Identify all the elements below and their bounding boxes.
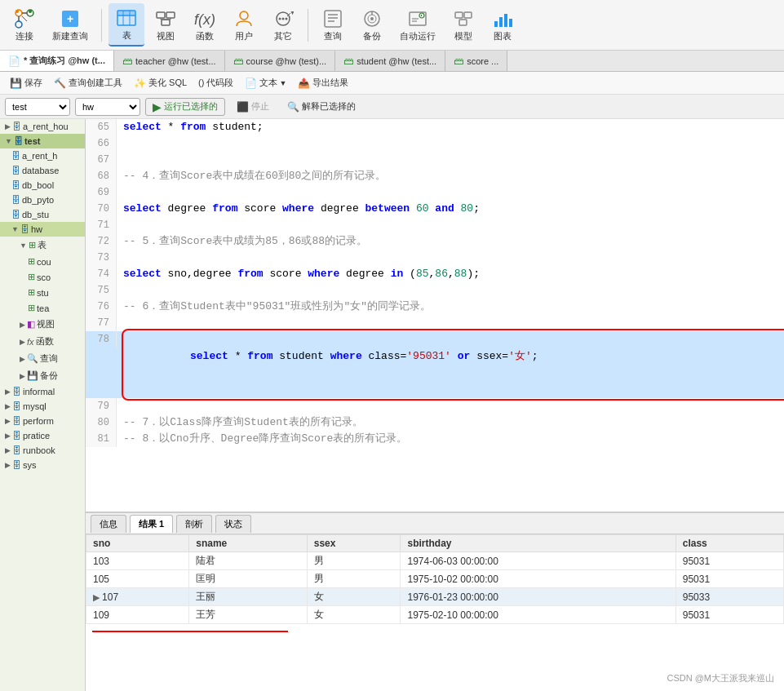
run-button[interactable]: ▶ 运行已选择的: [145, 98, 225, 116]
table-row[interactable]: 109 王芳 女 1975-02-10 00:00:00 95031: [86, 606, 784, 624]
backup-icon: [361, 7, 383, 30]
tab-teacher[interactable]: 🗃 teacher @hw (test...: [114, 51, 225, 71]
beautify-sql-button[interactable]: ✨ 美化 SQL: [129, 75, 192, 91]
db-icon-pratice: 🗄: [12, 431, 21, 441]
sidebar-item-a-rent-h[interactable]: 🗄 a_rent_h: [0, 148, 85, 163]
row-indicator: ▶: [93, 592, 102, 602]
sidebar-item-stu[interactable]: ⊞ stu: [0, 285, 85, 300]
red-oval-annotation: [122, 329, 784, 401]
table-row[interactable]: 105 匡明 男 1975-10-02 00:00:00 95031: [86, 570, 784, 588]
other-label: 其它: [274, 30, 292, 42]
sidebar-group-views[interactable]: ▶ ◧ 视图: [0, 316, 85, 333]
line-num-77: 77: [86, 315, 117, 331]
results-table: sno sname ssex sbirthday class 103 陆君 男: [86, 534, 784, 624]
code-line-66: 66: [86, 135, 784, 152]
result-tab-result1[interactable]: 结果 1: [130, 515, 173, 533]
line-content-72: -- 5．查询Score表中成绩为85，86或88的记录。: [123, 233, 784, 250]
table-row-selected[interactable]: ▶ 107 王丽 女 1976-01-23 00:00:00 95033: [86, 588, 784, 606]
query-button[interactable]: 查询: [315, 4, 351, 46]
sidebar-item-hw[interactable]: ▼ 🗄 hw: [0, 222, 85, 237]
tab-query-practice[interactable]: 📄 * 查询练习 @hw (t...: [0, 51, 114, 71]
sidebar-item-tea[interactable]: ⊞ tea: [0, 300, 85, 316]
cell-sname: 王芳: [189, 606, 307, 624]
connect-button[interactable]: 连接: [7, 4, 42, 46]
auto-run-button[interactable]: 自动运行: [393, 4, 442, 46]
db-select[interactable]: test: [5, 98, 70, 116]
other-button[interactable]: ▼ 其它: [265, 4, 301, 46]
line-num-65: 65: [86, 119, 117, 135]
export-results-button[interactable]: 📤 导出结果: [293, 75, 353, 91]
red-underline-decoration: [86, 624, 784, 636]
sidebar-label-tables: 表: [38, 239, 47, 251]
sidebar-item-database[interactable]: 🗄 database: [0, 163, 85, 178]
sidebar-item-cou[interactable]: ⊞ cou: [0, 254, 85, 269]
sidebar-item-perform[interactable]: ▶ 🗄 perform: [0, 414, 85, 428]
sidebar-group-queries[interactable]: ▶ 🔍 查询: [0, 350, 85, 367]
table-icon: [115, 7, 138, 29]
line-num-75: 75: [86, 282, 117, 299]
code-editor[interactable]: 65 select * from student; 66 67 68 -- 4．…: [86, 119, 784, 512]
sidebar-group-tables[interactable]: ▼ ⊞ 表: [0, 237, 85, 254]
sidebar-item-db-stu[interactable]: 🗄 db_stu: [0, 207, 85, 222]
sidebar-group-backup[interactable]: ▶ 💾 备份: [0, 367, 85, 384]
sidebar-group-functions[interactable]: ▶ fx 函数: [0, 333, 85, 350]
sidebar-item-a-rent-hou[interactable]: ▶ 🗄 a_rent_hou: [0, 119, 85, 134]
text-button[interactable]: 📄 文本 ▼: [240, 75, 291, 91]
save-button[interactable]: 💾 保存: [5, 75, 47, 91]
line-num-81: 81: [86, 431, 117, 447]
table-button[interactable]: 表: [109, 3, 144, 47]
cell-ssex: 女: [307, 606, 401, 624]
sidebar-item-db-pyto[interactable]: 🗄 db_pyto: [0, 193, 85, 207]
tab-course-label: course @hw (test)...: [246, 56, 327, 66]
code-line-79: 79: [86, 398, 784, 414]
connect-icon: [13, 7, 36, 30]
sidebar-label-backup: 备份: [40, 370, 58, 382]
chart-button[interactable]: 图表: [485, 4, 520, 46]
result-tab-status[interactable]: 状态: [215, 515, 251, 533]
sidebar-item-db-bool[interactable]: 🗄 db_bool: [0, 178, 85, 193]
beautify-icon: ✨: [134, 78, 146, 89]
view-button[interactable]: 视图: [148, 4, 184, 46]
schema-select[interactable]: hw: [75, 98, 140, 116]
save-label: 保存: [24, 77, 42, 89]
sidebar-item-runbook[interactable]: ▶ 🗄 runbook: [0, 443, 85, 458]
db-icon-perform: 🗄: [12, 416, 21, 426]
svg-rect-44: [459, 20, 467, 25]
line-content-65: select * from student;: [123, 119, 784, 135]
sidebar-item-sys[interactable]: ▶ 🗄 sys: [0, 458, 85, 472]
results-table-container[interactable]: sno sname ssex sbirthday class 103 陆君 男: [86, 534, 784, 691]
sidebar-item-mysql[interactable]: ▶ 🗄 mysql: [0, 399, 85, 414]
sidebar-label-perform: perform: [23, 416, 54, 426]
code-line-67: 67: [86, 152, 784, 168]
db-icon-db-bool: 🗄: [11, 180, 20, 190]
tab-score[interactable]: 🗃 score ...: [445, 51, 507, 71]
sidebar-label-queries: 查询: [40, 352, 58, 365]
new-query-label: 新建查询: [52, 30, 88, 42]
code-segment-button[interactable]: () 代码段: [193, 75, 238, 91]
function-button[interactable]: f(x) 函数: [187, 4, 223, 46]
sidebar-item-test[interactable]: ▼ 🗄 test: [0, 134, 85, 148]
user-button[interactable]: 用户: [226, 4, 262, 46]
svg-text:f(x): f(x): [194, 11, 215, 28]
build-query-button[interactable]: 🔨 查询创建工具: [49, 75, 127, 91]
line-content-74: select sno,degree from score where degre…: [123, 266, 784, 282]
model-button[interactable]: 模型: [445, 4, 481, 46]
sidebar-item-sco[interactable]: ⊞ sco: [0, 269, 85, 285]
table-row[interactable]: 103 陆君 男 1974-06-03 00:00:00 95031: [86, 552, 784, 570]
stop-label: 停止: [251, 100, 269, 113]
sidebar-item-informal[interactable]: ▶ 🗄 informal: [0, 384, 85, 399]
explain-button[interactable]: 🔍 解释已选择的: [281, 99, 362, 114]
tab-student[interactable]: 🗃 student @hw (test...: [335, 51, 445, 71]
expand-arrow-test: ▼: [5, 137, 12, 145]
new-query-button[interactable]: + 新建查询: [46, 4, 95, 46]
sidebar-item-pratice[interactable]: ▶ 🗄 pratice: [0, 428, 85, 443]
db-icon-hw: 🗄: [20, 224, 29, 234]
result-tab-info[interactable]: 信息: [91, 515, 126, 533]
stop-button[interactable]: ⬛ 停止: [230, 99, 276, 114]
tab-course[interactable]: 🗃 course @hw (test)...: [225, 51, 336, 71]
backup-button[interactable]: 备份: [354, 4, 390, 46]
code-line-81: 81 -- 8．以Cno升序、Degree降序查询Score表的所有记录。: [86, 431, 784, 447]
expand-arrow-perform: ▶: [5, 417, 11, 425]
result-tab-profile[interactable]: 剖析: [176, 515, 212, 533]
cell-sno: 109: [86, 606, 189, 624]
